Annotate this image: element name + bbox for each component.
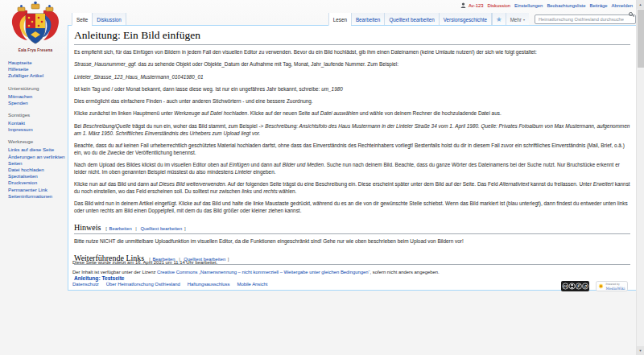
scrollbar-thumb[interactable] xyxy=(638,10,644,68)
footer-link-über-heimatforschung-ostfriesland[interactable]: Über Heimatforschung Ostfriesland xyxy=(106,282,180,287)
sidebar-item-datei-hochladen[interactable]: Datei hochladen xyxy=(8,167,66,173)
text-segment: Klicke nun auf das Bild und dann auf xyxy=(74,181,159,187)
sidebar-item-änderungen-an-verlinkten-seiten[interactable]: Änderungen an verlinkten Seiten xyxy=(8,154,66,167)
coat-of-arms-graphic xyxy=(6,1,64,46)
search-box xyxy=(535,10,636,24)
text-segment: Ist kein Tag und / oder Monat bekannt, d… xyxy=(74,86,321,92)
text-segment: Bei xyxy=(74,123,83,129)
personal-link-av-123[interactable]: Av-123 xyxy=(469,3,484,8)
namespace-tab-seite[interactable]: Seite xyxy=(72,13,92,26)
personal-link-einstellungen[interactable]: Einstellungen xyxy=(514,3,543,8)
mediawiki-badge[interactable]: Powered by MediaWiki xyxy=(596,281,628,291)
text-segment: Alternativtext xyxy=(499,181,529,187)
search-input[interactable] xyxy=(535,14,636,24)
edit-link[interactable]: Bearbeiten xyxy=(109,226,132,231)
article-paragraph: Das Bild wird nun in deinem Artikel eing… xyxy=(74,200,630,215)
sidebar-item-kontakt[interactable]: Kontakt xyxy=(8,120,66,126)
footer-badges: CC € ↺ Powered by MediaWiki xyxy=(561,281,628,291)
text-segment: Datei hochladen xyxy=(210,110,247,116)
text-segment: Nach dem Upload des Bildes klickst du im… xyxy=(74,162,229,167)
sidebar-item-impressum[interactable]: Impressum xyxy=(8,126,66,133)
license-suffix: , sofern nicht anders angegeben. xyxy=(370,270,440,275)
text-segment: das zu sehende Objekt oder Objekte_Datum… xyxy=(137,61,398,67)
personal-link-beobachtungsliste[interactable]: Beobachtungsliste xyxy=(547,3,585,8)
text-segment: wählen. xyxy=(278,188,297,194)
more-menu[interactable]: Mehr ▾ xyxy=(506,13,529,25)
sidebar-item-zufälliger-artikel[interactable]: Zufälliger Artikel xyxy=(8,72,66,79)
personal-toolbar: Av-123DiskussionEinstellungenBeobachtung… xyxy=(460,2,633,8)
section-title: Hinweis xyxy=(74,223,101,232)
article-paragraph: Dies ermöglicht das einfachere Finden - … xyxy=(74,98,630,105)
personal-link-abmelden[interactable]: Abmelden xyxy=(611,3,633,8)
view-tab-versionsgeschichte[interactable]: Versionsgeschichte xyxy=(439,13,492,25)
footer-link-haftungsausschluss[interactable]: Haftungsausschluss xyxy=(188,282,230,287)
chevron-down-icon: ▾ xyxy=(523,18,525,22)
namespace-tab-diskussion[interactable]: Diskussion xyxy=(92,13,126,25)
sidebar-item-hauptseite[interactable]: Hauptseite xyxy=(8,60,66,66)
text-segment: um_1980 xyxy=(321,86,343,92)
sidebar-section: UnterstützungMitmachenSpenden xyxy=(8,85,66,106)
scroll-down-arrow[interactable]: ▼ xyxy=(637,346,644,355)
personal-link-beiträge[interactable]: Beiträge xyxy=(590,3,608,8)
footer-link-mobile-ansicht[interactable]: Mobile Ansicht xyxy=(237,282,267,287)
text-segment: Einfügen xyxy=(229,162,250,167)
text-segment: rechts xyxy=(263,188,277,194)
license-link[interactable]: Creative Commons „Namensnennung – nicht … xyxy=(157,270,369,275)
text-segment: Werkzeuge xyxy=(174,110,200,116)
text-segment: Strasse_Hausnummer_ggf. xyxy=(74,61,137,67)
license-prefix: Der Inhalt ist verfügbar unter der Lizen… xyxy=(72,270,157,275)
sidebar-item-mitmachen[interactable]: Mitmachen xyxy=(8,93,66,100)
text-segment: Dieses Bild weiterverwenden xyxy=(159,181,225,187)
view-tab-quelltext-bearbeiten[interactable]: Quelltext bearbeiten xyxy=(384,13,438,25)
view-tab-lesen[interactable]: Lesen xyxy=(328,13,351,26)
personal-link-diskussion[interactable]: Diskussion xyxy=(488,3,510,8)
footer: Diese Seite wurde zuletzt am 16. April 2… xyxy=(72,260,555,287)
text-segment: Beschreibung/Quelle xyxy=(83,123,130,129)
text-segment: trägst du nun ein, woher das Bild stammt… xyxy=(130,123,265,129)
edit-source-link[interactable]: Quelltext bearbeiten xyxy=(140,226,182,231)
section-heading-hinweis: Hinweis [ Bearbeiten | Quelltext bearbei… xyxy=(74,223,630,234)
footer-links: DatenschutzÜber Heimatforschung Ostfries… xyxy=(72,282,555,287)
view-tabs-group: LesenBearbeitenQuelltext bearbeitenVersi… xyxy=(328,13,636,25)
article-content: Anleitung: Ein Bild einfügen Es empfiehl… xyxy=(68,26,636,291)
sidebar-item-seiteninformationen[interactable]: Seiteninformationen xyxy=(8,193,66,200)
user-icon xyxy=(460,2,466,8)
scrollbar[interactable]: ▲ ▼ xyxy=(636,0,644,355)
page-title: Anleitung: Ein Bild einfügen xyxy=(74,29,630,45)
search-icon[interactable] xyxy=(629,12,633,16)
svg-text:CC: CC xyxy=(564,285,568,288)
text-segment: kannst du freilassen. Unter xyxy=(529,181,593,187)
sidebar-heading-werkzeuge: Werkzeuge xyxy=(8,138,66,144)
text-segment: Linteler xyxy=(235,169,252,175)
text-segment: Beachte, dass du auf keinen Fall urheber… xyxy=(74,142,625,155)
sidebar-heading-unterstützung: Unterstützung xyxy=(8,85,66,91)
text-segment: Erweitert xyxy=(593,181,613,187)
sidebar-section: HauptseiteHilfeseiteZufälliger Artikel xyxy=(8,60,66,80)
sidebar-heading-sonstiges: Sonstiges xyxy=(8,112,66,118)
cc-license-badge[interactable]: CC € ↺ xyxy=(561,281,589,291)
article-paragraph: Es empfiehlt sich, für das Einfügen von … xyxy=(74,49,630,56)
scroll-up-arrow[interactable]: ▲ xyxy=(637,0,644,9)
sidebar: HauptseiteHilfeseiteZufälliger ArtikelUn… xyxy=(8,60,66,205)
sidebar-item-hilfeseite[interactable]: Hilfeseite xyxy=(8,66,66,72)
text-segment: Linteler_Strasse_123_Haus_Mustermann_010… xyxy=(74,74,204,80)
text-segment: . Klicke auf der neuen Seite auf xyxy=(247,110,320,116)
article-paragraph: Strasse_Hausnummer_ggf. das zu sehende O… xyxy=(74,61,630,68)
text-segment: und dann auf xyxy=(250,162,283,167)
sidebar-item-druckversion[interactable]: Druckversion xyxy=(8,180,66,186)
text-segment: Es empfiehlt sich, für das Einfügen von … xyxy=(74,49,537,55)
footer-lastmod: Diese Seite wurde zuletzt am 16. April 2… xyxy=(72,260,555,265)
sidebar-item-spezialseiten[interactable]: Spezialseiten xyxy=(8,173,66,180)
sidebar-item-permanenter-link[interactable]: Permanenter Link xyxy=(8,187,66,193)
view-tab-bearbeiten[interactable]: Bearbeiten xyxy=(351,13,384,25)
sidebar-item-links-auf-diese-seite[interactable]: Links auf diese Seite xyxy=(8,147,66,153)
footer-link-datenschutz[interactable]: Datenschutz xyxy=(72,282,99,287)
sidebar-item-spenden[interactable]: Spenden xyxy=(8,100,66,106)
site-logo[interactable]: Eala Frya Fresena xyxy=(4,1,67,52)
text-segment: Datei auswählen xyxy=(320,110,358,116)
watchlist-star-tab[interactable]: ★ xyxy=(492,13,506,25)
article-paragraph: Beachte, dass du auf keinen Fall urheber… xyxy=(74,142,630,157)
badge-line2: MediaWiki xyxy=(606,287,625,291)
text-segment: und xyxy=(252,188,263,194)
text-segment: auf xyxy=(200,110,210,116)
